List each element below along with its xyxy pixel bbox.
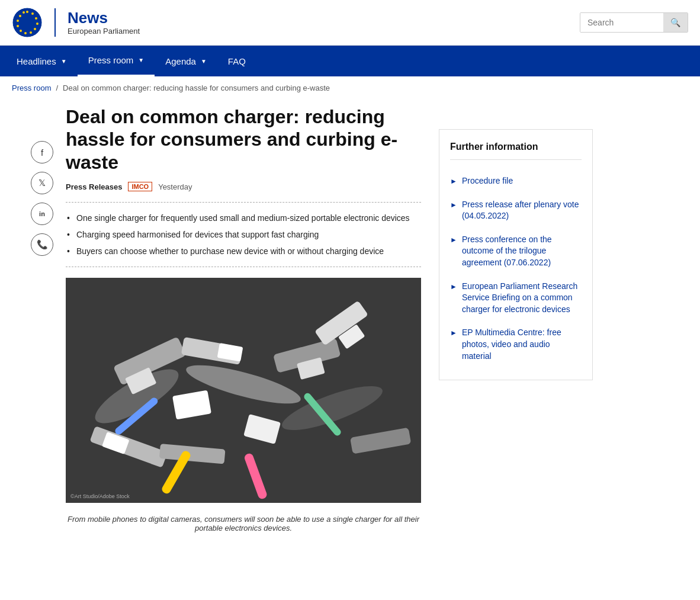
article-tag: IMCO — [128, 182, 152, 191]
article-type: Press Releases — [66, 182, 122, 191]
chevron-right-icon: ► — [450, 282, 457, 292]
nav-item-agenda[interactable]: Agenda ▼ — [155, 47, 217, 76]
chevron-down-icon: ▼ — [61, 58, 67, 65]
twitter-share-button[interactable]: 𝕏 — [31, 172, 53, 194]
further-links-list: ► Procedure file ► Press release after p… — [450, 169, 582, 368]
nav-item-headlines[interactable]: Headlines ▼ — [6, 47, 78, 76]
search-box[interactable]: 🔍 — [580, 12, 688, 33]
article-divider-bottom — [66, 267, 421, 267]
further-link-5[interactable]: ► EP Multimedia Centre: free photos, vid… — [450, 321, 582, 368]
main-nav: Headlines ▼ Press room ▼ Agenda ▼ FAQ — [0, 46, 700, 76]
bullet-item-2: Charging speed harmonised for devices th… — [66, 226, 421, 243]
chevron-right-icon: ► — [450, 200, 457, 210]
article-meta: Press Releases IMCO Yesterday — [66, 182, 421, 191]
article-image-wrap: ©Art Studio/Adobe Stock — [66, 278, 421, 503]
article-date: Yesterday — [158, 182, 192, 191]
chevron-right-icon: ► — [450, 328, 457, 338]
article-title: Deal on common charger: reducing hassle … — [66, 105, 421, 174]
header-left: News European Parliament — [12, 7, 140, 38]
header-divider — [54, 8, 56, 37]
chevron-down-icon: ▼ — [138, 57, 144, 63]
bullet-item-1: One single charger for frequently used s… — [66, 210, 421, 226]
twitter-icon: 𝕏 — [38, 178, 46, 188]
site-name: News — [68, 9, 140, 27]
svg-point-6 — [30, 31, 32, 34]
facebook-share-button[interactable]: f — [31, 141, 53, 163]
article-caption: From mobile phones to digital cameras, c… — [66, 510, 421, 537]
breadcrumb-link-pressroom[interactable]: Press room — [12, 84, 51, 92]
svg-point-11 — [19, 15, 21, 17]
svg-point-2 — [31, 12, 34, 15]
breadcrumb-current: Deal on common charger: reducing hassle … — [63, 84, 330, 92]
search-button[interactable]: 🔍 — [663, 13, 688, 32]
article-image: ©Art Studio/Adobe Stock — [66, 278, 421, 503]
main-content: f 𝕏 in 📞 Deal on common charger: reducin… — [7, 100, 693, 561]
facebook-icon: f — [41, 147, 43, 158]
image-credit: ©Art Studio/Adobe Stock — [70, 493, 130, 499]
svg-point-12 — [23, 11, 25, 14]
article: Deal on common charger: reducing hassle … — [66, 105, 421, 537]
linkedin-icon: in — [39, 210, 45, 217]
social-sidebar: f 𝕏 in 📞 — [18, 105, 66, 537]
nav-item-faq[interactable]: FAQ — [217, 47, 256, 76]
ep-logo — [12, 7, 43, 38]
site-subtitle: European Parliament — [68, 27, 140, 36]
article-bullet-list: One single charger for frequently used s… — [66, 210, 421, 259]
svg-point-8 — [20, 30, 22, 32]
further-link-2[interactable]: ► Press release after plenary vote (04.0… — [450, 193, 582, 228]
nav-item-pressroom[interactable]: Press room ▼ — [78, 46, 155, 76]
svg-point-5 — [34, 28, 36, 30]
breadcrumb: Press room / Deal on common charger: red… — [0, 76, 700, 100]
chevron-right-icon: ► — [450, 235, 457, 245]
whatsapp-share-button[interactable]: 📞 — [31, 233, 53, 256]
article-divider-top — [66, 202, 421, 203]
chevron-down-icon: ▼ — [201, 58, 207, 65]
svg-point-9 — [17, 25, 19, 27]
chevron-right-icon: ► — [450, 177, 457, 187]
svg-point-3 — [35, 17, 37, 20]
svg-point-7 — [24, 32, 27, 34]
further-info-box: Further information ► Procedure file ► P… — [439, 129, 593, 380]
further-link-1[interactable]: ► Procedure file — [450, 169, 582, 193]
further-link-3[interactable]: ► Press conference on the outcome of the… — [450, 228, 582, 275]
whatsapp-icon: 📞 — [37, 239, 48, 250]
further-info-sidebar: Further information ► Procedure file ► P… — [439, 129, 593, 380]
breadcrumb-separator: / — [56, 84, 58, 92]
linkedin-share-button[interactable]: in — [31, 203, 53, 225]
svg-point-10 — [17, 20, 19, 22]
svg-point-4 — [36, 23, 38, 25]
search-input[interactable] — [580, 13, 663, 32]
site-header: News European Parliament 🔍 — [0, 0, 700, 46]
further-info-title: Further information — [450, 142, 582, 160]
svg-point-1 — [26, 11, 28, 13]
header-title: News European Parliament — [68, 9, 140, 36]
bullet-item-3: Buyers can choose whether to purchase ne… — [66, 243, 421, 259]
further-link-4[interactable]: ► European Parliament Research Service B… — [450, 275, 582, 322]
